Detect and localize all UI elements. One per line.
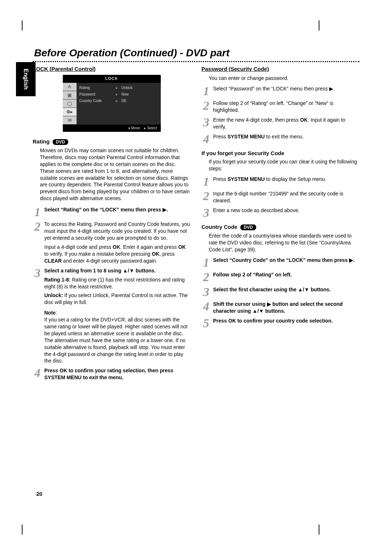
- triangle-right-icon: ▸: [116, 86, 122, 90]
- step-4: 4 Press OK to confirm your rating select…: [33, 367, 191, 381]
- pw-step-1: 1 Select “Password” on the “LOCK” menu t…: [201, 85, 359, 97]
- osd-title: LOCK: [63, 75, 161, 83]
- country-code-section: Country Code DVD Enter the code of a cou…: [201, 224, 359, 329]
- lock-heading: LOCK (Parental Control): [33, 66, 191, 72]
- step-text: Follow step 2 of “Rating” on left. “Chan…: [213, 100, 359, 114]
- step-number: 1: [33, 206, 42, 218]
- step-text-line: Select a rating from 1 to 8 using ▲/▼ bu…: [44, 267, 191, 274]
- step-text-line: Input a 4-digit code and press OK. Enter…: [44, 244, 191, 264]
- step-text: Press OK to confirm your rating selectio…: [44, 367, 191, 381]
- step-number: 4: [201, 133, 211, 145]
- step-2: 2 To access the Rating, Password and Cou…: [33, 221, 191, 264]
- password-intro: You can enter or change password.: [209, 75, 359, 82]
- updown-icon: ♦: [128, 126, 130, 130]
- note-text: If you set a rating for the DVD+VCR, all…: [44, 317, 188, 364]
- crop-mark: [22, 20, 23, 31]
- osd-footer: ♦ Move ▸ Select: [63, 125, 161, 132]
- step-number: 3: [201, 286, 211, 298]
- osd-footer-select: Select: [147, 126, 157, 130]
- dvd-badge: DVD: [53, 139, 68, 145]
- step-number: 2: [33, 221, 42, 264]
- osd-tab-icon: ✉: [63, 116, 77, 124]
- fg-step-2: 2 Input the 6-digit number “210499” and …: [201, 190, 359, 204]
- left-column: LOCK (Parental Control) LOCK A ▣ ◯ ⚙▸ ✉ …: [33, 66, 191, 384]
- pw-step-4: 4 Press SYSTEM MENU to exit the menu.: [201, 133, 359, 145]
- osd-tab-icon: ◯: [63, 100, 77, 108]
- page-title: Before Operation (Continued) - DVD part: [34, 47, 359, 59]
- step-text: Enter the new 4-digit code, then press O…: [213, 117, 359, 130]
- triangle-right-icon: ▸: [116, 92, 122, 96]
- step-number: 1: [201, 85, 211, 97]
- osd-tab-icon: ▣: [63, 91, 77, 99]
- step-number: 5: [201, 317, 211, 329]
- crop-mark: [319, 524, 319, 535]
- step-text-line: Unlock: If you select Unlock, Parental C…: [44, 292, 191, 306]
- rating-heading: Rating DVD: [33, 138, 191, 145]
- divider: [33, 61, 359, 62]
- step-number: 4: [33, 367, 42, 381]
- osd-tab-icon: A: [63, 83, 77, 91]
- right-column: Password (Security Code) You can enter o…: [201, 66, 359, 384]
- step-number: 1: [201, 257, 211, 268]
- step-text: Input the 6-digit number “210499” and th…: [213, 190, 359, 204]
- forgot-section: If you forget your Security Code If you …: [201, 150, 359, 219]
- osd-row: Country Code ▸ DE: [79, 97, 161, 104]
- cc-step-5: 5 Press OK to confirm your country code …: [201, 317, 359, 329]
- step-number: 4: [201, 301, 211, 315]
- osd-row-value: DE: [122, 99, 127, 103]
- osd-row: Password ▸ New: [79, 91, 161, 97]
- rating-intro: Movies on DVDs may contain scenes not su…: [40, 147, 191, 202]
- fg-step-3: 3 Enter a new code as described above.: [201, 207, 359, 219]
- step-text: Follow step 2 of “Rating” on left.: [213, 271, 359, 283]
- osd-main: Rating ▸ Unlock Password ▸ New Country C…: [77, 83, 161, 125]
- osd-lock-menu: LOCK A ▣ ◯ ⚙▸ ✉ Rating ▸ Unlock: [63, 75, 161, 132]
- step-text: Press SYSTEM MENU to exit the menu.: [213, 133, 359, 145]
- triangle-right-icon: ▸: [144, 126, 146, 130]
- step-text-line: Rating 1-8: Rating one (1) has the most …: [44, 276, 191, 290]
- step-number: 1: [201, 176, 211, 187]
- pw-step-3: 3 Enter the new 4-digit code, then press…: [201, 117, 359, 130]
- rating-heading-text: Rating: [33, 138, 50, 145]
- step-number: 2: [201, 190, 211, 204]
- osd-row-label: Country Code: [79, 99, 116, 103]
- step-text: Select “Password” on the “LOCK” menu the…: [213, 85, 359, 97]
- cc-step-1: 1 Select “Country Code” on the “LOCK” me…: [201, 257, 359, 268]
- step-text: Press SYSTEM MENU to display the Setup m…: [213, 176, 359, 187]
- country-code-heading-text: Country Code: [201, 224, 237, 230]
- language-tab: English: [16, 62, 36, 96]
- step-text: To access the Rating, Password and Count…: [44, 221, 191, 264]
- cc-step-4: 4 Shift the cursor using ▶ button and se…: [201, 301, 359, 315]
- step-text-line: To access the Rating, Password and Count…: [44, 221, 191, 242]
- dvd-badge: DVD: [240, 224, 256, 230]
- fg-step-1: 1 Press SYSTEM MENU to display the Setup…: [201, 176, 359, 187]
- step-number: 3: [201, 207, 211, 219]
- osd-tab-strip: A ▣ ◯ ⚙▸ ✉: [63, 83, 77, 125]
- step-text: Enter a new code as described above.: [213, 207, 359, 219]
- step-number: 3: [33, 267, 42, 365]
- cc-step-2: 2 Follow step 2 of “Rating” on left.: [201, 271, 359, 283]
- step-number: 3: [201, 117, 211, 130]
- triangle-right-icon: ▸: [116, 99, 122, 103]
- osd-row-label: Password: [79, 92, 116, 96]
- step-text: Select “Country Code” on the “LOCK” menu…: [213, 257, 359, 268]
- step-3: 3 Select a rating from 1 to 8 using ▲/▼ …: [33, 267, 191, 365]
- forgot-intro: If you forget your security code you can…: [209, 158, 359, 172]
- crop-mark: [319, 20, 319, 31]
- pw-step-2: 2 Follow step 2 of “Rating” on left. “Ch…: [201, 100, 359, 114]
- osd-tab-icon: ⚙▸: [63, 108, 77, 116]
- step-text: Select the first character using the ▲/▼…: [213, 286, 359, 298]
- step-text: Select “Rating” on the “LOCK” menu then …: [44, 206, 191, 218]
- osd-row: Rating ▸ Unlock: [79, 84, 161, 91]
- cc-step-3: 3 Select the first character using the ▲…: [201, 286, 359, 298]
- step-text: Select a rating from 1 to 8 using ▲/▼ bu…: [44, 267, 191, 365]
- osd-row-value: Unlock: [122, 86, 133, 90]
- step-number: 2: [201, 100, 211, 114]
- country-code-heading: Country Code DVD: [201, 224, 359, 230]
- country-code-intro: Enter the code of a country/area whose s…: [209, 232, 359, 253]
- step-1: 1 Select “Rating” on the “LOCK” menu the…: [33, 206, 191, 218]
- password-heading: Password (Security Code): [201, 66, 359, 72]
- note-label: Note: [44, 310, 56, 316]
- step-text: Shift the cursor using ▶ button and sele…: [213, 301, 359, 315]
- note: Note: If you set a rating for the DVD+VC…: [44, 309, 191, 364]
- osd-footer-move: Move: [131, 126, 140, 130]
